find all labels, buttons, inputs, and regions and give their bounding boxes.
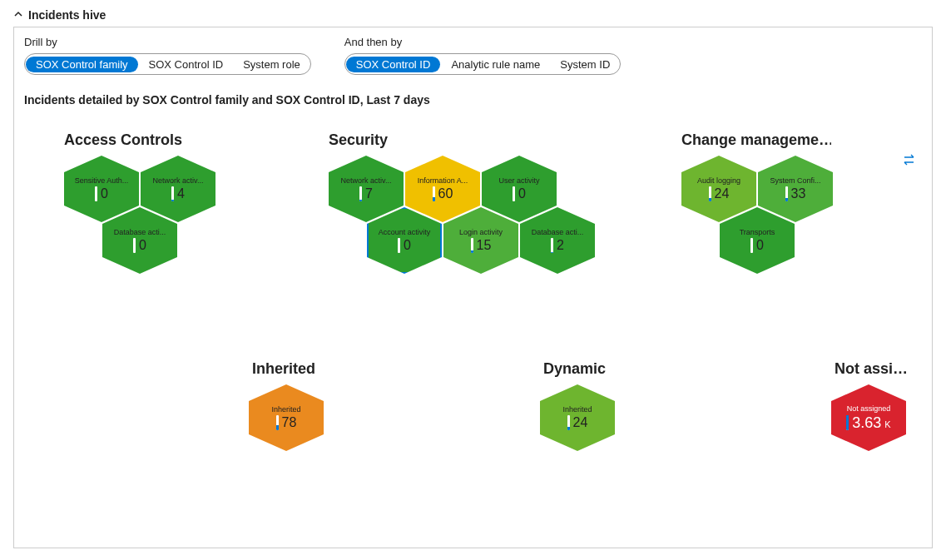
hex-unit: K: [882, 419, 890, 429]
cluster-change-management: Change manageme…Audit logging24System Co…: [681, 131, 831, 156]
hex-bar: [471, 238, 473, 253]
then-by-segment: SOX Control IDAnalytic rule nameSystem I…: [344, 53, 622, 75]
hex-bar: [551, 238, 553, 253]
hex-tile[interactable]: Information A...60: [405, 156, 480, 222]
panel: Drill by SOX Control familySOX Control I…: [13, 27, 933, 548]
hex-label: Not assigned: [835, 404, 903, 413]
cluster-title: Security: [329, 131, 388, 149]
then-by-option[interactable]: System ID: [550, 56, 620, 73]
hex-bar: [750, 238, 753, 253]
hex-value-row: 0: [513, 186, 526, 201]
hex-label: System Confi...: [761, 176, 830, 185]
hex-bar: [276, 415, 279, 430]
chart-subtitle: Incidents detailed by SOX Control family…: [24, 93, 922, 107]
hex-label: Inherited: [543, 405, 612, 414]
hex-label: Database acti...: [106, 228, 174, 236]
hex-tile[interactable]: Sensitive Auth...0: [64, 156, 139, 222]
hex-tile[interactable]: Network activ...7: [329, 156, 404, 222]
drill-controls: Drill by SOX Control familySOX Control I…: [24, 36, 922, 75]
hex-value: 60: [438, 186, 453, 201]
hex-tile[interactable]: Database acti...0: [102, 207, 177, 274]
hex-bar: [567, 415, 570, 430]
cluster-inherited: InheritedInherited78: [249, 360, 315, 384]
hex-tile[interactable]: Network activ...4: [141, 156, 215, 222]
chevron-up-icon: [13, 9, 23, 22]
hex-value: 4: [177, 186, 185, 201]
drill-by-segment: SOX Control familySOX Control IDSystem r…: [24, 53, 311, 75]
hex-value: 15: [477, 238, 492, 253]
section-title: Incidents hive: [28, 8, 106, 22]
hex-value-row: 24: [567, 415, 588, 430]
then-by-option[interactable]: SOX Control ID: [346, 57, 441, 72]
hex-value-row: 0: [95, 186, 108, 201]
hex-value-row: 0: [398, 238, 411, 253]
hex-value-row: 4: [171, 186, 185, 201]
hex-tile[interactable]: Inherited24: [540, 384, 615, 451]
hex-value: 0: [404, 238, 411, 253]
hex-bar: [513, 186, 515, 201]
hex-value: 24: [573, 415, 588, 430]
hex-tile[interactable]: Audit logging24: [681, 156, 756, 222]
hex-tile[interactable]: Not assigned3.63 K: [831, 384, 906, 451]
hex-value: 2: [557, 238, 564, 253]
drill-by-option[interactable]: SOX Control ID: [139, 56, 234, 73]
hex-label: Audit logging: [685, 176, 753, 185]
drill-by-option[interactable]: System role: [233, 56, 310, 73]
hex-tile[interactable]: System Confi...33: [758, 156, 833, 222]
drill-by-label: Drill by: [24, 36, 311, 48]
section-header[interactable]: Incidents hive: [13, 8, 933, 22]
hex-bar: [846, 415, 849, 430]
hex-tile[interactable]: Inherited78: [249, 384, 324, 451]
hex-label: Information A...: [409, 176, 477, 185]
hex-bar: [709, 186, 711, 201]
hex-bar: [433, 186, 435, 201]
hex-value-row: 60: [433, 186, 453, 201]
hex-value: 0: [756, 238, 764, 253]
hex-label: Network activ...: [144, 176, 212, 185]
then-by-option[interactable]: Analytic rule name: [441, 56, 550, 73]
cluster-security: SecurityNetwork activ...7Information A..…: [329, 131, 388, 156]
cluster-title: Inherited: [252, 360, 315, 378]
cluster-title: Dynamic: [543, 360, 606, 378]
hex-value-row: 2: [551, 238, 564, 253]
drill-by-group: Drill by SOX Control familySOX Control I…: [24, 36, 311, 75]
hex-value-row: 7: [359, 186, 373, 201]
hex-label: Transports: [723, 228, 791, 236]
drill-by-option[interactable]: SOX Control family: [26, 57, 138, 72]
hex-value: 7: [365, 186, 373, 201]
hex-value-row: 78: [276, 415, 297, 430]
hex-label: Inherited: [252, 405, 320, 414]
cluster-title: Change manageme…: [681, 131, 831, 149]
hex-value-row: 0: [133, 238, 146, 253]
hex-value: 78: [282, 415, 297, 430]
hex-label: Sensitive Auth...: [67, 176, 136, 185]
hex-bar: [171, 186, 174, 201]
hex-tile[interactable]: Transports0: [720, 207, 795, 274]
hex-tile[interactable]: Account activity0: [367, 207, 442, 274]
hex-value-row: 33: [785, 186, 806, 201]
hex-tile[interactable]: Database acti...2: [520, 207, 595, 274]
hex-label: User activity: [485, 176, 553, 185]
hex-bar: [133, 238, 136, 253]
hex-tile[interactable]: User activity0: [482, 156, 557, 222]
cluster-title: Access Controls: [64, 131, 182, 149]
hex-label: Login activity: [447, 228, 515, 236]
hex-value-row: 24: [709, 186, 730, 201]
then-by-label: And then by: [344, 36, 622, 48]
hex-value-row: 15: [471, 238, 492, 253]
hex-label: Account activity: [370, 228, 438, 236]
hex-value: 0: [101, 186, 108, 201]
hex-clusters: Access ControlsSensitive Auth...0Network…: [24, 131, 922, 523]
hex-bar: [398, 238, 400, 253]
hex-value: 33: [791, 186, 806, 201]
cluster-access-controls: Access ControlsSensitive Auth...0Network…: [64, 131, 182, 156]
hex-value: 24: [715, 186, 730, 201]
hex-value: 0: [139, 238, 146, 253]
hex-tile[interactable]: Login activity15: [443, 207, 518, 274]
hex-value-row: 0: [750, 238, 764, 253]
then-by-group: And then by SOX Control IDAnalytic rule …: [344, 36, 622, 75]
hex-label: Database acti...: [523, 228, 592, 236]
hex-bar: [359, 186, 362, 201]
cluster-not-assigned: Not assi…Not assigned3.63 K: [831, 360, 908, 384]
hex-value: 3.63 K: [852, 414, 890, 432]
